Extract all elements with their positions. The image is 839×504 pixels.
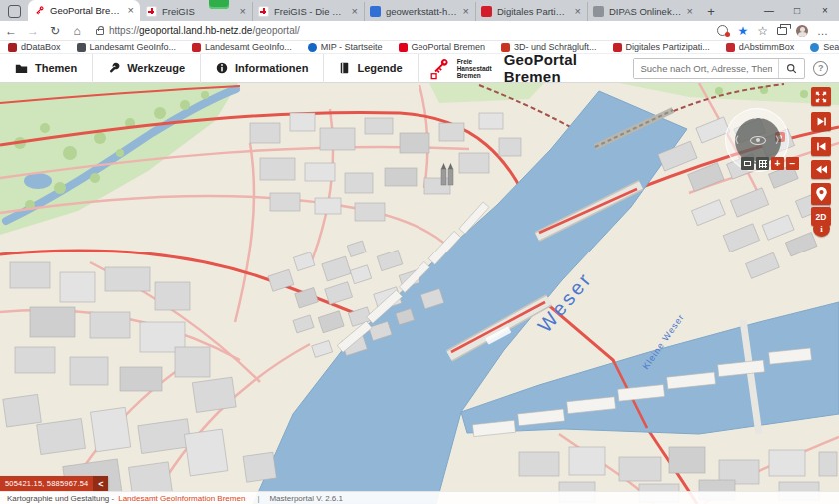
url-domain: geoportal.land.hb-netz.de: [139, 25, 252, 36]
wrench-icon: [108, 62, 120, 74]
bookmark-favicon: [192, 43, 201, 52]
footer-divider: |: [257, 494, 259, 503]
zoom-in-button[interactable]: +: [771, 157, 784, 170]
new-tab-button[interactable]: +: [699, 2, 723, 21]
url-path: /geoportal/: [252, 25, 299, 36]
tab-strip: GeoPortal Bremen × FreiGIS × FreiGIS - D…: [0, 0, 839, 21]
forward-button[interactable]: →: [22, 24, 44, 38]
tracking-prevention-icon[interactable]: [717, 25, 728, 36]
tab-close-icon[interactable]: ×: [687, 6, 693, 17]
bookmark-item[interactable]: MIP - Startseite: [308, 42, 383, 52]
bremen-key-logo: [430, 57, 451, 80]
github-favicon: [370, 6, 381, 17]
step-back-button[interactable]: [811, 137, 831, 156]
window-controls: — □ ×: [755, 0, 839, 21]
menu-legende[interactable]: Legende: [324, 54, 418, 83]
tab-close-icon[interactable]: ×: [128, 5, 134, 16]
bookmark-favicon: [77, 43, 86, 52]
bookmark-item[interactable]: dDataBox: [8, 42, 61, 52]
skip-back-icon: [816, 141, 827, 152]
tab-freigis[interactable]: FreiGIS ×: [140, 2, 252, 21]
settings-menu-icon[interactable]: …: [817, 25, 829, 37]
tab-digitales-partizipationssystem[interactable]: Digitales Partizipationssystem - ×: [475, 2, 587, 21]
skip-forward-icon: [816, 116, 827, 127]
search-box: [633, 58, 805, 79]
rewind-button[interactable]: [811, 160, 831, 179]
collections-icon[interactable]: [777, 27, 787, 35]
tab-title: geowerkstatt-hamburg / dipas -: [386, 6, 458, 17]
attribution-footer: Kartographie und Gestaltung - Landesamt …: [0, 491, 839, 504]
tab-dipas-onlinekonferenz[interactable]: DIPAS Onlinekonferenz 18./19.0 ×: [587, 2, 699, 21]
attributions-info-button[interactable]: i: [813, 220, 830, 237]
bookmark-item[interactable]: Landesamt GeoInfo...: [192, 42, 292, 52]
bookmarks-bar: dDataBox Landesamt GeoInfo... Landesamt …: [0, 41, 839, 54]
tab-freigis-geodaten[interactable]: FreiGIS - Die Geodatenauskunft ×: [252, 2, 364, 21]
legend-book-icon: [339, 62, 350, 74]
double-back-icon: [815, 164, 828, 175]
grid-icon: [759, 160, 767, 168]
map-viewport[interactable]: Weser Kleine Weser ︿ ﹀ 〈 〉 + −: [0, 83, 839, 504]
workspaces-icon[interactable]: [8, 5, 21, 18]
bookmark-item[interactable]: Landesamt GeoInfo...: [77, 42, 177, 52]
tab-close-icon[interactable]: ×: [352, 6, 358, 17]
minimize-button[interactable]: —: [755, 0, 783, 21]
browser-window: GeoPortal Bremen × FreiGIS × FreiGIS - D…: [0, 0, 839, 504]
bookmark-item[interactable]: Search for fahrrad |...: [810, 42, 839, 52]
maximize-button[interactable]: □: [783, 0, 811, 21]
rotate-left-chevron[interactable]: 〈: [730, 136, 739, 145]
locate-button[interactable]: [811, 183, 831, 205]
attribution-link[interactable]: Landesamt GeoInformation Bremen: [118, 494, 245, 503]
map-pin-icon: [816, 187, 827, 201]
menu-informationen[interactable]: Informationen: [201, 54, 324, 83]
search-input[interactable]: [634, 59, 778, 78]
bookmark-favicon: [8, 43, 17, 52]
coordinates-value: 505421.15, 5885967.54: [0, 476, 93, 491]
back-button[interactable]: ←: [0, 24, 22, 38]
bookmark-item[interactable]: GeoPortal Bremen: [399, 42, 486, 52]
zoom-out-button[interactable]: −: [786, 157, 799, 170]
freeze-view-button[interactable]: [741, 157, 754, 170]
tab-title: DIPAS Onlinekonferenz 18./19.0: [609, 6, 682, 17]
help-button[interactable]: ?: [813, 61, 828, 76]
info-circle-icon: [216, 62, 228, 74]
tab-close-icon[interactable]: ×: [240, 6, 246, 17]
compass-eye-icon: [750, 136, 766, 145]
tab-close-icon[interactable]: ×: [463, 6, 469, 17]
reload-button[interactable]: ↻: [44, 24, 66, 38]
tab-close-icon[interactable]: ×: [575, 6, 581, 17]
version-label: Masterportal V. 2.6.1: [269, 494, 343, 503]
rotate-right-chevron[interactable]: 〉: [775, 136, 784, 145]
favorites-hub-icon[interactable]: ☆: [757, 24, 768, 38]
search-button[interactable]: [778, 59, 804, 78]
profile-avatar[interactable]: [796, 25, 808, 37]
tilt-up-chevron[interactable]: ︿: [754, 112, 763, 121]
address-bar[interactable]: https://geoportal.land.hb-netz.de/geopor…: [96, 25, 717, 36]
url-text: https://geoportal.land.hb-netz.de/geopor…: [109, 25, 300, 36]
coordinate-collapse-button[interactable]: <: [93, 476, 108, 491]
bremen-brand: Freie Hansestadt Bremen: [430, 57, 492, 80]
view-controls: + −: [741, 157, 799, 170]
bookmark-favicon: [810, 43, 819, 52]
grid-button[interactable]: [756, 157, 769, 170]
tab-title: FreiGIS - Die Geodatenauskunft: [274, 6, 347, 17]
tab-geoportal-bremen[interactable]: GeoPortal Bremen ×: [28, 0, 140, 21]
coordinate-display: 505421.15, 5885967.54 <: [0, 476, 108, 491]
step-forward-button[interactable]: [811, 112, 831, 131]
tab-geowerkstatt-dipas[interactable]: geowerkstatt-hamburg / dipas - ×: [364, 2, 475, 21]
bookmark-item[interactable]: dAbstimmBox: [726, 42, 795, 52]
attribution-text: Kartographie und Gestaltung -: [7, 494, 114, 503]
home-button[interactable]: ⌂: [66, 24, 88, 38]
favorite-star-icon[interactable]: ★: [737, 24, 748, 38]
menu-themen[interactable]: Themen: [0, 54, 93, 83]
portal-menubar: Themen Werkzeuge Informationen Legende F…: [0, 54, 839, 83]
close-button[interactable]: ×: [811, 0, 839, 21]
fullscreen-button[interactable]: [811, 87, 831, 106]
map-canvas[interactable]: Weser Kleine Weser: [0, 83, 839, 504]
freigis-favicon: [258, 6, 269, 17]
tab-title: GeoPortal Bremen: [50, 5, 123, 16]
folder-icon: [15, 63, 28, 74]
portal-title: GeoPortal Bremen: [504, 51, 634, 85]
capture-indicator-badge: [209, 0, 229, 9]
dipas-favicon: [593, 6, 604, 17]
menu-werkzeuge[interactable]: Werkzeuge: [93, 54, 201, 83]
